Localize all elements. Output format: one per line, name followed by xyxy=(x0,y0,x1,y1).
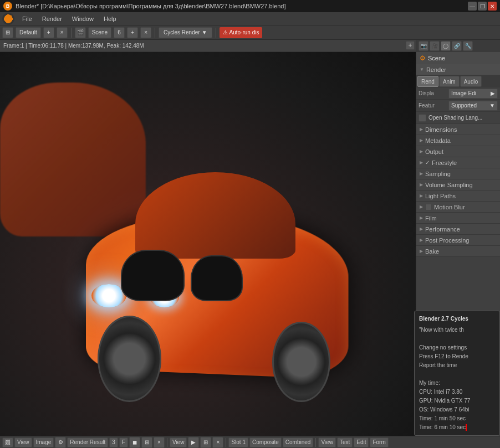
status-icon-btn[interactable]: 🖼 xyxy=(2,437,13,447)
auto-run-label: Auto-run dis xyxy=(229,29,259,35)
panel-icon-constraint[interactable]: 🔗 xyxy=(452,41,462,51)
car-scene xyxy=(0,52,416,436)
menu-file[interactable]: File xyxy=(18,14,37,23)
bake-arrow-icon: ▶ xyxy=(420,249,423,254)
tooltip-title: Blender 2.7 Cycles xyxy=(419,315,495,323)
open-shading-label: Open Shading Lang... xyxy=(428,115,482,121)
bake-label: Bake xyxy=(425,248,439,255)
menu-bar: File Render Window Help xyxy=(0,12,500,25)
add-scene-button[interactable]: + xyxy=(127,27,138,38)
slot-label-btn[interactable]: Slot 1 xyxy=(228,437,248,447)
view-button-left[interactable]: View xyxy=(14,437,32,447)
status-icon-7[interactable]: × xyxy=(212,437,223,448)
section-volume-sampling[interactable]: ▶ Volume Sampling xyxy=(416,179,500,190)
section-post-processing[interactable]: ▶ Post Processing xyxy=(416,235,500,246)
open-shading-row: Open Shading Lang... xyxy=(416,112,500,124)
window-controls: — ❐ ✕ xyxy=(468,2,497,11)
section-dimensions[interactable]: ▶ Dimensions xyxy=(416,124,500,135)
view-button-3[interactable]: View xyxy=(318,437,336,447)
menu-help[interactable]: Help xyxy=(99,14,121,23)
output-label: Output xyxy=(425,148,443,155)
separator-2 xyxy=(155,28,155,38)
tab-anim[interactable]: Anim xyxy=(439,76,460,87)
section-light-paths[interactable]: ▶ Light Paths xyxy=(416,190,500,202)
add-layout-button[interactable]: + xyxy=(43,27,54,38)
text-button[interactable]: Text xyxy=(337,437,353,447)
section-bake[interactable]: ▶ Bake xyxy=(416,246,500,257)
expand-icon: ▶ xyxy=(491,90,495,96)
status-icon-6[interactable]: ⊞ xyxy=(200,437,211,448)
menu-window[interactable]: Window xyxy=(68,14,98,23)
section-film[interactable]: ▶ Film xyxy=(416,213,500,224)
status-icon-5[interactable]: ▶ xyxy=(188,437,199,448)
edit-button[interactable]: Edit xyxy=(354,437,369,447)
section-motion-blur[interactable]: ▶ Motion Blur xyxy=(416,202,500,213)
tooltip-line-4: Report the time xyxy=(419,361,495,370)
open-shading-checkbox[interactable] xyxy=(419,114,426,122)
panel-icon-object[interactable]: ◯ xyxy=(441,41,451,51)
chevron-down-icon: ▼ xyxy=(202,29,207,35)
image-button[interactable]: Image xyxy=(33,437,54,447)
motion-blur-label: Motion Blur xyxy=(434,204,465,210)
tab-render[interactable]: Rend xyxy=(417,76,438,87)
scene-num-btn[interactable]: 6 xyxy=(114,27,125,38)
metadata-arrow-icon: ▶ xyxy=(420,138,423,143)
remove-layout-button[interactable]: × xyxy=(57,27,68,38)
tab-audio[interactable]: Audio xyxy=(460,76,482,87)
panel-icon-camera[interactable]: 🎥 xyxy=(430,41,440,51)
render-engine-label: Cycles Render xyxy=(164,29,200,35)
remove-scene-button[interactable]: × xyxy=(140,27,151,38)
sampling-arrow-icon: ▶ xyxy=(420,171,423,176)
section-metadata[interactable]: ▶ Metadata xyxy=(416,135,500,146)
view-button-right[interactable]: View xyxy=(170,437,187,447)
tooltip-line-2: Change no settings xyxy=(419,343,495,352)
status-icon-4[interactable]: × xyxy=(154,437,165,448)
panel-icon-render[interactable]: 📷 xyxy=(419,41,428,51)
section-freestyle[interactable]: ▶ ✓ Freestyle xyxy=(416,157,500,168)
f-label-btn[interactable]: F xyxy=(119,437,128,447)
light-paths-arrow-icon: ▶ xyxy=(420,193,423,198)
status-icon-2[interactable]: ◼ xyxy=(129,437,140,448)
feature-value-btn[interactable]: Supported ▼ xyxy=(448,101,498,111)
display-label: Displa xyxy=(419,90,446,96)
viewport: Frame:1 | Time:06:11.78 | Mem:137.98M, P… xyxy=(0,40,416,436)
sampling-label: Sampling xyxy=(425,171,451,177)
freestyle-arrow-icon: ▶ xyxy=(420,160,423,165)
composite-label-btn[interactable]: Composite xyxy=(249,437,282,447)
close-button[interactable]: ✕ xyxy=(488,2,497,11)
wheel-front xyxy=(98,316,162,402)
combined-label-btn[interactable]: Combined xyxy=(283,437,314,447)
motion-blur-checkbox[interactable] xyxy=(425,204,432,210)
status-settings-icon[interactable]: ⚙ xyxy=(55,437,66,448)
scene-name[interactable]: Scene xyxy=(88,27,111,38)
form-button[interactable]: Form xyxy=(370,437,388,447)
status-bar: 🖼 View Image ⚙ Render Result 3 F ◼ ⊞ × V… xyxy=(0,436,500,448)
display-value-btn[interactable]: Image Edi ▶ xyxy=(448,89,498,99)
render-engine-selector[interactable]: Cycles Render ▼ xyxy=(159,27,212,38)
viewport-add-button[interactable]: + xyxy=(406,41,415,50)
frame-number-btn[interactable]: 3 xyxy=(109,437,118,447)
section-performance[interactable]: ▶ Performance xyxy=(416,224,500,235)
maximize-button[interactable]: ❐ xyxy=(478,2,487,11)
scene-icon: 🎬 xyxy=(75,27,86,38)
layout-icon[interactable]: ⊞ xyxy=(2,27,13,38)
render-section-header[interactable]: ▼ Render xyxy=(416,64,500,75)
tooltip-line-10: Time: 1 min 50 sec xyxy=(419,414,495,423)
menu-render[interactable]: Render xyxy=(38,14,67,23)
minimize-button[interactable]: — xyxy=(468,2,477,11)
layout-name[interactable]: Default xyxy=(16,27,41,38)
section-output[interactable]: ▶ Output xyxy=(416,146,500,157)
properties-panel: 📷 🎥 ◯ 🔗 🔧 ⚙ Scene ▼ Render Rend Anim Aud… xyxy=(416,40,500,436)
toolbar: ⊞ Default + × 🎬 Scene 6 + × Cycles Rende… xyxy=(0,25,500,40)
section-sampling[interactable]: ▶ Sampling xyxy=(416,168,500,179)
volume-sampling-label: Volume Sampling xyxy=(425,182,473,188)
render-section-label: Render xyxy=(426,66,446,73)
render-result-btn[interactable]: Render Result xyxy=(67,437,108,447)
panel-icon-modifier[interactable]: 🔧 xyxy=(463,41,473,51)
warning-icon: ⚠ xyxy=(223,29,228,35)
light-paths-label: Light Paths xyxy=(425,193,456,199)
separator-3 xyxy=(216,28,216,38)
tooltip-line-7: CPU: Intel i7 3.80 xyxy=(419,388,495,396)
feature-row: Featur Supported ▼ xyxy=(416,100,500,112)
status-icon-3[interactable]: ⊞ xyxy=(141,437,152,448)
